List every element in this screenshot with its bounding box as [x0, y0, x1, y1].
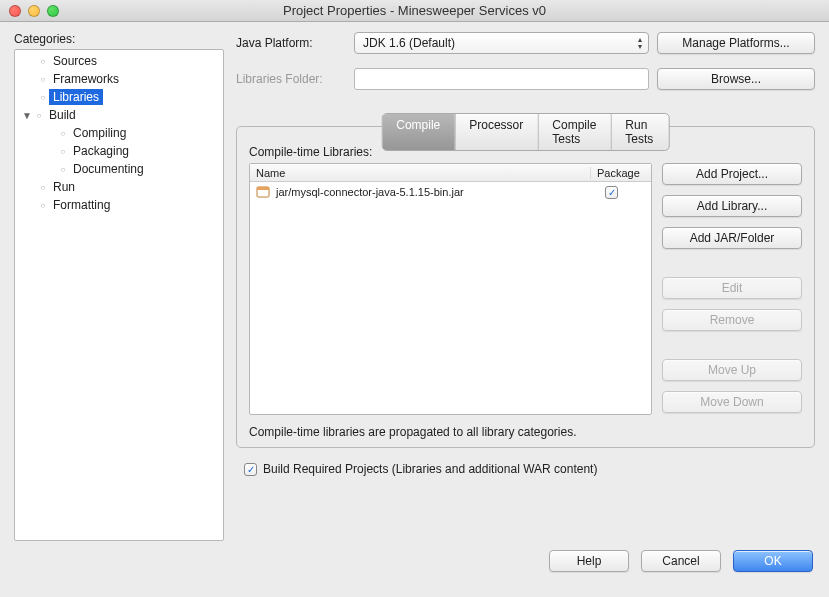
bullet-icon: ○ [37, 201, 49, 210]
add-jar-button[interactable]: Add JAR/Folder [662, 227, 802, 249]
zoom-icon[interactable] [47, 5, 59, 17]
tree-label: Compiling [69, 125, 130, 141]
bullet-icon: ○ [57, 147, 69, 156]
column-name[interactable]: Name [250, 167, 591, 179]
categories-tree[interactable]: ○ Sources ○ Frameworks ○ Libraries ▼ ○ B… [14, 49, 224, 541]
titlebar: Project Properties - Minesweeper Service… [0, 0, 829, 22]
tree-label: Sources [49, 53, 101, 69]
categories-heading: Categories: [14, 32, 224, 46]
manage-platforms-button[interactable]: Manage Platforms... [657, 32, 815, 54]
button-label: Move Up [708, 363, 756, 377]
window-title: Project Properties - Minesweeper Service… [0, 3, 829, 18]
bullet-icon: ○ [57, 129, 69, 138]
ok-button[interactable]: OK [733, 550, 813, 572]
bullet-icon: ○ [37, 183, 49, 192]
tree-item-frameworks[interactable]: ○ Frameworks [15, 70, 223, 88]
tab-processor[interactable]: Processor [455, 114, 538, 150]
libraries-folder-field[interactable] [354, 68, 649, 90]
tree-item-build[interactable]: ▼ ○ Build [15, 106, 223, 124]
move-down-button: Move Down [662, 391, 802, 413]
button-label: Add JAR/Folder [690, 231, 775, 245]
tree-item-packaging[interactable]: ○ Packaging [15, 142, 223, 160]
tab-compile-tests[interactable]: Compile Tests [538, 114, 611, 150]
button-label: Browse... [711, 72, 761, 86]
tree-item-compiling[interactable]: ○ Compiling [15, 124, 223, 142]
column-package[interactable]: Package [591, 167, 651, 179]
svg-rect-1 [257, 187, 269, 190]
table-row[interactable]: jar/mysql-connector-java-5.1.15-bin.jar … [250, 182, 651, 202]
bullet-icon: ○ [37, 93, 49, 102]
disclosure-triangle-icon[interactable]: ▼ [21, 110, 33, 121]
tree-label: Formatting [49, 197, 114, 213]
move-up-button: Move Up [662, 359, 802, 381]
package-checkbox[interactable]: ✓ [605, 186, 618, 199]
tab-label: Run Tests [625, 118, 653, 146]
button-label: Cancel [662, 554, 699, 568]
tree-label: Run [49, 179, 79, 195]
tree-label: Packaging [69, 143, 133, 159]
remove-button: Remove [662, 309, 802, 331]
button-label: Add Library... [697, 199, 767, 213]
button-label: Move Down [700, 395, 763, 409]
tree-item-formatting[interactable]: ○ Formatting [15, 196, 223, 214]
bullet-icon: ○ [37, 75, 49, 84]
button-label: Add Project... [696, 167, 768, 181]
tree-item-run[interactable]: ○ Run [15, 178, 223, 196]
libraries-folder-label: Libraries Folder: [236, 72, 346, 86]
button-label: Edit [722, 281, 743, 295]
java-platform-label: Java Platform: [236, 36, 346, 50]
tab-compile[interactable]: Compile [382, 114, 455, 150]
tab-label: Compile Tests [552, 118, 596, 146]
libraries-section: Compile Processor Compile Tests Run Test… [236, 126, 815, 448]
tree-label: Libraries [49, 89, 103, 105]
add-project-button[interactable]: Add Project... [662, 163, 802, 185]
libraries-table[interactable]: Name Package jar/mysql-connector-java-5.… [249, 163, 652, 415]
dialog-button-bar: Help Cancel OK [0, 545, 829, 587]
tab-label: Processor [469, 118, 523, 132]
jar-icon [256, 185, 270, 199]
add-library-button[interactable]: Add Library... [662, 195, 802, 217]
edit-button: Edit [662, 277, 802, 299]
tree-label: Frameworks [49, 71, 123, 87]
tree-item-sources[interactable]: ○ Sources [15, 52, 223, 70]
tab-run-tests[interactable]: Run Tests [611, 114, 668, 150]
build-required-checkbox[interactable]: ✓ [244, 463, 257, 476]
button-label: Manage Platforms... [682, 36, 789, 50]
button-label: Help [577, 554, 602, 568]
browse-button[interactable]: Browse... [657, 68, 815, 90]
bullet-icon: ○ [57, 165, 69, 174]
java-platform-combo[interactable]: JDK 1.6 (Default) ▴▾ [354, 32, 649, 54]
library-name: jar/mysql-connector-java-5.1.15-bin.jar [276, 186, 464, 198]
help-button[interactable]: Help [549, 550, 629, 572]
tree-item-libraries[interactable]: ○ Libraries [15, 88, 223, 106]
libraries-tabs: Compile Processor Compile Tests Run Test… [381, 113, 670, 151]
button-label: OK [764, 554, 781, 568]
tree-item-documenting[interactable]: ○ Documenting [15, 160, 223, 178]
close-icon[interactable] [9, 5, 21, 17]
window-controls [0, 5, 59, 17]
combo-arrows-icon: ▴▾ [638, 36, 642, 50]
bullet-icon: ○ [37, 57, 49, 66]
cancel-button[interactable]: Cancel [641, 550, 721, 572]
minimize-icon[interactable] [28, 5, 40, 17]
libraries-footnote: Compile-time libraries are propagated to… [249, 425, 802, 439]
table-header: Name Package [250, 164, 651, 182]
build-required-label: Build Required Projects (Libraries and a… [263, 462, 597, 476]
tree-label: Documenting [69, 161, 148, 177]
tree-label: Build [45, 107, 80, 123]
tab-label: Compile [396, 118, 440, 132]
bullet-icon: ○ [33, 111, 45, 120]
button-label: Remove [710, 313, 755, 327]
java-platform-value: JDK 1.6 (Default) [363, 36, 455, 50]
